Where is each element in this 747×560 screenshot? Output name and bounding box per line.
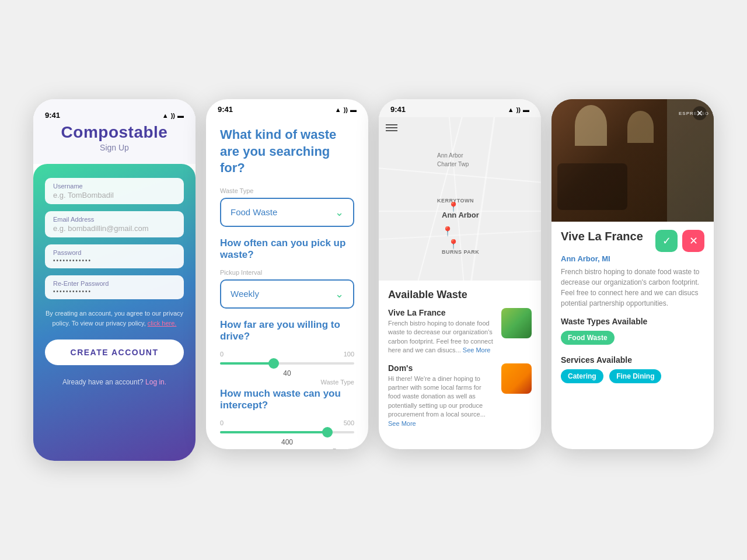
accept-button[interactable]: ✓ — [655, 230, 678, 252]
email-placeholder: e.g. bombadillin@gmail.com — [53, 224, 176, 233]
waste-types-title: Waste Types Available — [561, 317, 704, 326]
login-link[interactable]: Log in. — [145, 378, 166, 386]
email-field[interactable]: Email Address e.g. bombadillin@gmail.com — [45, 211, 184, 237]
drive-slider-fill — [220, 362, 274, 365]
time-1: 9:41 — [45, 111, 60, 120]
map-area[interactable]: Ann Arbor Charter Twp KERRYTOWN Ann Arbo… — [379, 117, 541, 281]
signal-icon: ▲ — [162, 112, 169, 119]
signal-icon-2: ▲ — [335, 106, 341, 113]
available-waste-title: Available Waste — [388, 289, 532, 301]
close-button[interactable]: ✕ — [693, 106, 707, 120]
status-bar-2: 9:41 ▲ )) ▬ — [206, 99, 368, 117]
map-pin-1: 📍 — [448, 201, 459, 212]
signup-form-bg: Username e.g. TomBombadil Email Address … — [33, 164, 196, 461]
status-bar-3: 9:41 ▲ )) ▬ — [379, 99, 541, 117]
password-label: Password — [53, 249, 176, 256]
email-label: Email Address — [53, 216, 176, 223]
service-tag-catering: Catering — [561, 369, 603, 383]
terms-link[interactable]: click here. — [148, 320, 177, 327]
waste-item-info-2: Dom's Hi there! We're a diner hoping to … — [388, 363, 495, 428]
screen-waste-search: 9:41 ▲ )) ▬ What kind of waste are you s… — [206, 99, 368, 449]
screen-map: 9:41 ▲ )) ▬ Ann Arbor Charter Twp KERRYT… — [379, 99, 541, 449]
intercept-min: 0 — [220, 419, 224, 426]
waste-type-dropdown[interactable]: Food Waste ⌄ — [220, 198, 354, 227]
detail-header: Vive La France ✓ ✕ — [561, 230, 704, 252]
wifi-icon: )) — [171, 112, 175, 119]
waste-search-content: What kind of waste are you searching for… — [206, 117, 368, 449]
waste-types-section: Waste Types Available Food Waste — [561, 317, 704, 348]
map-pin-3: 📍 — [448, 239, 459, 250]
drive-slider-thumb[interactable] — [268, 358, 279, 369]
signal-icon-3: ▲ — [508, 106, 514, 113]
wifi-icon-3: )) — [516, 106, 521, 113]
waste-thumb-1 — [501, 308, 532, 338]
status-icons-3: ▲ )) ▬ — [508, 106, 529, 113]
services-section: Services Available Catering Fine Dining — [561, 355, 704, 387]
username-field[interactable]: Username e.g. TomBombadil — [45, 178, 184, 204]
drive-max: 100 — [344, 351, 354, 358]
waste-type-tag-food: Food Waste — [561, 331, 615, 345]
map-label-charter: Charter Twp — [437, 161, 469, 167]
waste-item-name-1: Vive La France — [388, 308, 495, 317]
pickup-interval-dropdown[interactable]: Weekly ⌄ — [220, 279, 354, 309]
waste-type-label: Waste Type — [220, 187, 354, 194]
people-silhouette — [557, 163, 627, 210]
waste-item-info-1: Vive La France French bistro hoping to d… — [388, 308, 495, 355]
status-icons-2: ▲ )) ▬ — [335, 106, 357, 113]
reenter-password-field[interactable]: Re-Enter Password •••••••••••• — [45, 275, 184, 299]
drive-question: How far are you willing to drive? — [220, 319, 354, 342]
intercept-slider-thumb[interactable] — [322, 427, 333, 438]
intercept-value: 400 — [220, 438, 354, 446]
status-bar-1: 9:41 ▲ )) ▬ — [33, 105, 196, 123]
detail-location: Ann Arbor, MI — [561, 254, 704, 263]
battery-icon-2: ▬ — [350, 106, 357, 113]
drive-slider-labels: 0 100 — [220, 351, 354, 358]
detail-content: Vive La France ✓ ✕ Ann Arbor, MI French … — [551, 222, 714, 402]
menu-hamburger-icon[interactable] — [386, 124, 397, 131]
intercept-slider-container: 0 500 400 Pounds — [220, 419, 354, 449]
password-field[interactable]: Password •••••••••••• — [45, 244, 184, 268]
drive-slider-track[interactable] — [220, 362, 354, 365]
available-waste-section: Available Waste Vive La France French bi… — [379, 281, 541, 444]
drive-unit: Waste Type — [220, 379, 354, 386]
services-title: Services Available — [561, 355, 704, 365]
drive-slider-container: 0 100 40 Waste Type — [220, 351, 354, 386]
intercept-slider-fill — [220, 431, 327, 433]
create-account-button[interactable]: CREATE ACCOUNT — [45, 340, 184, 365]
screen-detail: ESPRESSO ✕ Vive La France ✓ ✕ Ann Arbor,… — [551, 99, 714, 449]
intercept-max: 500 — [344, 419, 354, 426]
pickup-interval-label: Pickup Interval — [220, 269, 354, 276]
intercept-question: How much waste can you intercept? — [220, 388, 354, 411]
see-more-2[interactable]: See More — [388, 420, 416, 427]
intercept-slider-track[interactable] — [220, 431, 354, 433]
intercept-slider-labels: 0 500 — [220, 419, 354, 426]
reenter-label: Re-Enter Password — [53, 280, 176, 287]
reject-button[interactable]: ✕ — [682, 230, 704, 252]
waste-item-1[interactable]: Vive La France French bistro hoping to d… — [388, 308, 532, 355]
reenter-dots: •••••••••••• — [53, 288, 176, 295]
waste-thumb-2 — [501, 363, 532, 394]
window-area — [667, 99, 714, 222]
map-label-burns-park: BURNS PARK — [442, 249, 479, 255]
pickup-chevron-icon: ⌄ — [335, 288, 344, 300]
username-label: Username — [53, 183, 176, 190]
waste-item-2[interactable]: Dom's Hi there! We're a diner hoping to … — [388, 363, 532, 428]
password-dots: •••••••••••• — [53, 257, 176, 264]
waste-item-desc-2: Hi there! We're a diner hoping to partne… — [388, 374, 495, 428]
pickup-interval-value: Weekly — [231, 289, 259, 299]
battery-icon-3: ▬ — [523, 106, 529, 113]
wifi-icon-2: )) — [344, 106, 348, 113]
waste-type-value: Food Waste — [231, 207, 277, 217]
pickup-question: How often can you pick up waste? — [220, 237, 354, 261]
signup-label: Sign Up — [33, 143, 196, 152]
waste-type-chevron-icon: ⌄ — [335, 206, 344, 219]
waste-item-name-2: Dom's — [388, 363, 495, 373]
map-label-ann-arbor: Ann Arbor — [437, 152, 463, 159]
battery-icon: ▬ — [177, 112, 184, 119]
intercept-unit: Pounds — [220, 447, 354, 449]
see-more-1[interactable]: See More — [463, 346, 491, 354]
detail-description: French bistro hoping to donate food wast… — [561, 267, 704, 309]
drive-min: 0 — [220, 351, 224, 358]
status-icons-1: ▲ )) ▬ — [162, 112, 184, 119]
detail-title: Vive La France — [561, 230, 643, 243]
